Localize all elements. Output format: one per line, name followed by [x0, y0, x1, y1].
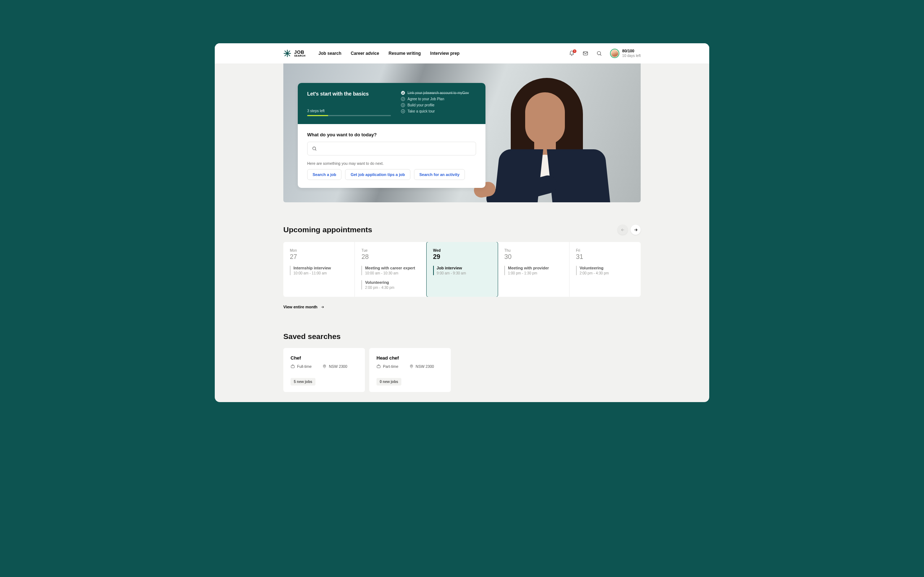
day-column[interactable]: Mon27Internship interview10:00 am - 11:0…: [283, 242, 355, 297]
checklist-item[interactable]: 3Build your profile: [401, 103, 476, 107]
job-location: NSW 2300: [322, 364, 347, 369]
briefcase-icon: [376, 364, 381, 369]
onboarding-steps-left: 3 steps left: [307, 109, 391, 113]
quick-search-hint: Here are something you may want to do ne…: [307, 161, 476, 166]
notif-badge: 3: [573, 49, 577, 53]
logo-text: JOB SEARCH: [294, 50, 305, 57]
appointment-event[interactable]: Volunteering2:00 pm - 4:30 pm: [576, 266, 634, 275]
event-time: 10:00 am - 11:00 am: [294, 271, 348, 275]
checklist-item[interactable]: 4Take a quick tour: [401, 109, 476, 113]
day-number: 27: [290, 253, 348, 261]
appointment-event[interactable]: Job interview9:00 am - 9:30 am: [433, 266, 491, 275]
app-shell: JOB SEARCH Job search Career advice Resu…: [215, 43, 709, 402]
saved-search-card[interactable]: Head chefPart-timeNSW 23000 new jobs: [369, 348, 451, 392]
notifications-button[interactable]: 3: [569, 50, 575, 56]
saved-searches-row: ChefFull-timeNSW 23005 new jobsHead chef…: [283, 348, 641, 392]
view-month-link[interactable]: View entire month: [283, 305, 325, 309]
event-time: 2:00 pm - 4:30 pm: [580, 271, 634, 275]
day-name: Mon: [290, 248, 348, 253]
day-column[interactable]: Tue28Meeting with career expert10:00 am …: [355, 242, 426, 297]
day-number: 29: [433, 253, 491, 261]
checklist-label: Take a quick tour: [407, 109, 435, 113]
logo-burst-icon: [283, 49, 291, 57]
appointment-event[interactable]: Internship interview10:00 am - 11:00 am: [290, 266, 348, 275]
suggestion-row: Search a jobGet job application tips a j…: [307, 169, 476, 180]
hero-card: Let's start with the basics 3 steps left…: [298, 83, 485, 188]
nav-interview-prep[interactable]: Interview prep: [430, 51, 459, 56]
saved-search-card[interactable]: ChefFull-timeNSW 23005 new jobs: [283, 348, 365, 392]
arrow-right-icon: [320, 305, 325, 309]
profile-text: 80/100 10 days left: [622, 49, 641, 58]
day-number: 30: [504, 253, 562, 261]
quick-search-panel: What do you want to do today? Here are s…: [298, 124, 485, 188]
event-title: Meeting with provider: [508, 266, 562, 270]
day-name: Tue: [361, 248, 419, 253]
checklist-item[interactable]: ✓Link your jobsearch account to myGov: [401, 91, 476, 95]
primary-nav: Job search Career advice Resume writing …: [318, 51, 459, 56]
day-name: Fri: [576, 248, 634, 253]
event-title: Job interview: [437, 266, 491, 270]
nav-career-advice[interactable]: Career advice: [351, 51, 380, 56]
arrow-left-icon: [620, 227, 625, 232]
appointments-next-button[interactable]: [630, 225, 641, 235]
svg-point-13: [324, 366, 325, 367]
svg-point-5: [597, 52, 601, 55]
quick-search-input[interactable]: [320, 146, 472, 151]
nav-resume-writing[interactable]: Resume writing: [388, 51, 420, 56]
appointment-event[interactable]: Meeting with career expert10:00 am - 10:…: [361, 266, 419, 275]
quick-search-box[interactable]: [307, 142, 476, 155]
event-time: 2:00 pm - 4:30 pm: [365, 285, 419, 290]
svg-line-6: [600, 55, 601, 56]
hero: Let's start with the basics 3 steps left…: [283, 63, 641, 202]
saved-card-meta: Part-timeNSW 2300: [376, 364, 444, 369]
map-pin-icon: [322, 364, 327, 369]
avatar: [611, 50, 618, 57]
logo[interactable]: JOB SEARCH: [283, 49, 305, 57]
job-location: NSW 2300: [409, 364, 434, 369]
arrow-right-icon: [633, 227, 638, 232]
search-icon: [596, 50, 602, 56]
saved-searches-section: Saved searches ChefFull-timeNSW 23005 ne…: [283, 332, 641, 392]
appointments-section: Upcoming appointments Mon27Internship in…: [283, 225, 641, 310]
saved-searches-title: Saved searches: [283, 332, 341, 341]
appointment-event[interactable]: Volunteering2:00 pm - 4:30 pm: [361, 280, 419, 290]
event-title: Internship interview: [294, 266, 348, 270]
day-column[interactable]: Thu30Meeting with provider1:00 pm - 1:30…: [498, 242, 569, 297]
onboarding-title: Let's start with the basics: [307, 91, 391, 97]
day-column[interactable]: Fri31Volunteering2:00 pm - 4:30 pm: [570, 242, 641, 297]
job-type: Full-time: [291, 364, 312, 369]
search-button[interactable]: [596, 50, 602, 56]
appointments-prev-button: [617, 225, 628, 235]
new-jobs-badge: 5 new jobs: [291, 378, 315, 385]
day-name: Thu: [504, 248, 562, 253]
svg-rect-12: [291, 366, 294, 368]
appointments-nav: [617, 225, 641, 235]
svg-rect-14: [377, 366, 380, 368]
appointment-event[interactable]: Meeting with provider1:00 pm - 1:30 pm: [504, 266, 562, 275]
event-title: Volunteering: [580, 266, 634, 270]
job-type: Part-time: [376, 364, 399, 369]
onboarding-panel: Let's start with the basics 3 steps left…: [298, 83, 485, 124]
map-pin-icon: [409, 364, 414, 369]
checklist-item[interactable]: 2Agree to your Job Plan: [401, 97, 476, 101]
day-column[interactable]: Wed29Job interview9:00 am - 9:30 am: [426, 242, 498, 297]
new-jobs-badge: 0 new jobs: [376, 378, 401, 385]
suggestion-chip[interactable]: Get job application tips a job: [345, 169, 410, 180]
mail-icon: [583, 50, 588, 56]
header-actions: 3 80/100 10 days left: [569, 49, 641, 58]
day-number: 31: [576, 253, 634, 261]
search-icon: [312, 146, 317, 151]
event-time: 10:00 am - 10:30 am: [365, 271, 419, 275]
profile-chip[interactable]: 80/100 10 days left: [610, 49, 641, 58]
onboarding-checklist: ✓Link your jobsearch account to myGov2Ag…: [401, 91, 476, 116]
quick-search-title: What do you want to do today?: [307, 132, 476, 137]
svg-point-15: [411, 366, 412, 367]
suggestion-chip[interactable]: Search for an activity: [414, 169, 465, 180]
nav-job-search[interactable]: Job search: [318, 51, 341, 56]
suggestion-chip[interactable]: Search a job: [307, 169, 341, 180]
saved-card-meta: Full-timeNSW 2300: [291, 364, 358, 369]
event-title: Volunteering: [365, 280, 419, 285]
onboarding-progress: [307, 115, 391, 116]
appointments-week: Mon27Internship interview10:00 am - 11:0…: [283, 242, 641, 297]
messages-button[interactable]: [583, 50, 588, 56]
